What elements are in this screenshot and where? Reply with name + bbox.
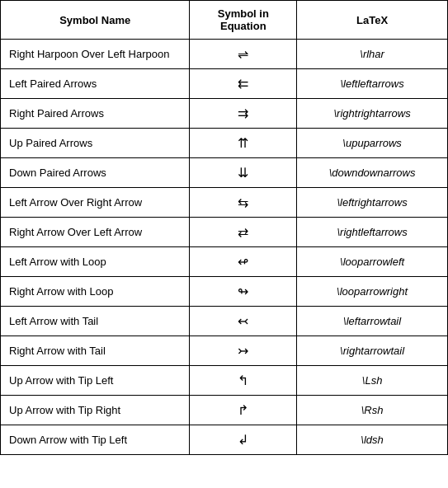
header-symbol-equation: Symbol in Equation: [190, 1, 297, 40]
symbol-glyph: ⇆: [190, 188, 297, 218]
symbol-glyph: ↫: [190, 247, 297, 277]
header-symbol-name: Symbol Name: [1, 1, 190, 40]
table-row: Right Arrow Over Left Arrow⇄\rightleftar…: [1, 218, 448, 247]
symbol-glyph: ⇈: [190, 129, 297, 158]
latex-command: \looparrowleft: [297, 247, 448, 277]
symbol-name: Right Harpoon Over Left Harpoon: [1, 40, 190, 69]
table-row: Up Paired Arrows⇈\upuparrows: [1, 129, 448, 158]
symbol-glyph: ⇄: [190, 218, 297, 247]
symbol-glyph: ⇉: [190, 99, 297, 129]
symbol-glyph: ⇊: [190, 158, 297, 188]
latex-command: \rightarrowtail: [297, 336, 448, 366]
symbol-name: Up Arrow with Tip Left: [1, 366, 190, 396]
symbol-glyph: ⇌: [190, 40, 297, 69]
symbol-name: Left Arrow with Tail: [1, 307, 190, 336]
symbol-name: Down Arrow with Tip Left: [1, 425, 190, 455]
latex-command: \upuparrows: [297, 129, 448, 158]
latex-command: \rlhar: [297, 40, 448, 69]
symbol-glyph: ↣: [190, 336, 297, 366]
table-row: Up Arrow with Tip Right↱\Rsh: [1, 396, 448, 425]
symbol-name: Right Arrow with Loop: [1, 277, 190, 307]
symbol-name: Down Paired Arrows: [1, 158, 190, 188]
table-row: Right Harpoon Over Left Harpoon⇌\rlhar: [1, 40, 448, 69]
symbol-glyph: ↱: [190, 396, 297, 425]
symbol-name: Up Arrow with Tip Right: [1, 396, 190, 425]
symbol-name: Left Arrow with Loop: [1, 247, 190, 277]
symbols-table: Symbol Name Symbol in Equation LaTeX Rig…: [0, 0, 448, 455]
table-row: Up Arrow with Tip Left↰\Lsh: [1, 366, 448, 396]
symbol-glyph: ↲: [190, 425, 297, 455]
symbol-name: Up Paired Arrows: [1, 129, 190, 158]
latex-command: \leftleftarrows: [297, 69, 448, 99]
latex-command: \downdownarrows: [297, 158, 448, 188]
table-row: Left Arrow with Tail↢\leftarrowtail: [1, 307, 448, 336]
symbol-name: Left Arrow Over Right Arrow: [1, 188, 190, 218]
latex-command: \leftarrowtail: [297, 307, 448, 336]
symbol-glyph: ⇇: [190, 69, 297, 99]
symbol-glyph: ↬: [190, 277, 297, 307]
latex-command: \rightleftarrows: [297, 218, 448, 247]
table-row: Left Arrow with Loop↫\looparrowleft: [1, 247, 448, 277]
latex-command: \rightrightarrows: [297, 99, 448, 129]
symbol-name: Right Paired Arrows: [1, 99, 190, 129]
table-row: Right Paired Arrows⇉\rightrightarrows: [1, 99, 448, 129]
table-row: Right Arrow with Loop↬\looparrowright: [1, 277, 448, 307]
symbol-name: Left Paired Arrows: [1, 69, 190, 99]
table-row: Left Paired Arrows⇇\leftleftarrows: [1, 69, 448, 99]
latex-command: \Lsh: [297, 366, 448, 396]
symbol-glyph: ↰: [190, 366, 297, 396]
symbol-name: Right Arrow with Tail: [1, 336, 190, 366]
symbol-glyph: ↢: [190, 307, 297, 336]
latex-command: \Rsh: [297, 396, 448, 425]
symbol-name: Right Arrow Over Left Arrow: [1, 218, 190, 247]
table-row: Right Arrow with Tail↣\rightarrowtail: [1, 336, 448, 366]
latex-command: \leftrightarrows: [297, 188, 448, 218]
latex-command: \looparrowright: [297, 277, 448, 307]
table-row: Left Arrow Over Right Arrow⇆\leftrightar…: [1, 188, 448, 218]
table-row: Down Arrow with Tip Left↲\ldsh: [1, 425, 448, 455]
latex-command: \ldsh: [297, 425, 448, 455]
header-latex: LaTeX: [297, 1, 448, 40]
table-row: Down Paired Arrows⇊\downdownarrows: [1, 158, 448, 188]
